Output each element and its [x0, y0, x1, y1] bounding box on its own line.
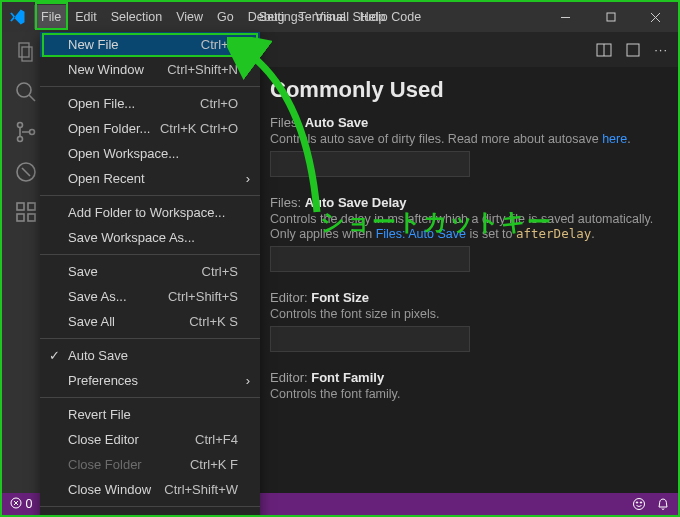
menu-item-close-editor[interactable]: Close EditorCtrl+F4	[40, 427, 260, 452]
window-title: Settings - Visual Studio Code	[259, 10, 421, 24]
menu-item-auto-save[interactable]: ✓Auto Save	[40, 343, 260, 368]
svg-point-10	[30, 130, 35, 135]
menu-item-new-window[interactable]: New WindowCtrl+Shift+N	[40, 57, 260, 82]
svg-rect-5	[22, 47, 32, 61]
menu-item-open-file-[interactable]: Open File...Ctrl+O	[40, 91, 260, 116]
menu-item-close-folder: Close FolderCtrl+K F	[40, 452, 260, 477]
svg-line-12	[22, 168, 30, 176]
svg-point-8	[18, 123, 23, 128]
setting-description: Controls the delay in ms after which a d…	[270, 212, 658, 241]
menu-item-close-window[interactable]: Close WindowCtrl+Shift+W	[40, 477, 260, 502]
minimize-button[interactable]	[543, 2, 588, 32]
svg-rect-15	[28, 214, 35, 221]
setting-label: Files: Auto Save	[270, 115, 658, 130]
menu-item-exit[interactable]: Exit	[40, 511, 260, 517]
menu-view[interactable]: View	[169, 5, 210, 29]
vscode-logo-icon	[8, 8, 26, 26]
svg-point-9	[18, 137, 23, 142]
setting-description: Controls the font family.	[270, 387, 658, 401]
svg-line-7	[29, 95, 35, 101]
svg-rect-13	[17, 203, 24, 210]
explorer-icon[interactable]	[14, 40, 38, 64]
split-editor-icon[interactable]	[596, 42, 612, 58]
setting-description: Controls the font size in pixels.	[270, 307, 658, 321]
setting-description: Controls auto save of dirty files. Read …	[270, 132, 658, 146]
menu-item-preferences[interactable]: Preferences›	[40, 368, 260, 393]
setting-input[interactable]	[270, 151, 470, 177]
search-icon[interactable]	[14, 80, 38, 104]
setting-label: Editor: Font Size	[270, 290, 658, 305]
svg-rect-4	[19, 43, 29, 57]
setting-input[interactable]	[270, 326, 470, 352]
menu-item-save[interactable]: SaveCtrl+S	[40, 259, 260, 284]
debug-icon[interactable]	[14, 160, 38, 184]
setting-input[interactable]	[270, 246, 470, 272]
menu-item-open-folder-[interactable]: Open Folder...Ctrl+K Ctrl+O	[40, 116, 260, 141]
status-errors[interactable]: 0	[10, 497, 32, 511]
menu-item-add-folder-to-workspace-[interactable]: Add Folder to Workspace...	[40, 200, 260, 225]
autosave-ref-link[interactable]: Files: Auto Save	[376, 227, 466, 241]
menu-selection[interactable]: Selection	[104, 5, 169, 29]
menu-edit[interactable]: Edit	[68, 5, 104, 29]
settings-section-title: Commonly Used	[270, 77, 658, 103]
menu-item-open-recent[interactable]: Open Recent›	[40, 166, 260, 191]
svg-point-24	[634, 499, 645, 510]
svg-point-25	[636, 502, 637, 503]
bell-icon[interactable]	[656, 497, 670, 511]
menu-item-save-all[interactable]: Save AllCtrl+K S	[40, 309, 260, 334]
open-tab-icon[interactable]	[625, 42, 641, 58]
svg-point-26	[640, 502, 641, 503]
setting-label: Files: Auto Save Delay	[270, 195, 658, 210]
maximize-button[interactable]	[588, 2, 633, 32]
svg-rect-19	[627, 44, 639, 56]
source-control-icon[interactable]	[14, 120, 38, 144]
svg-point-6	[17, 83, 31, 97]
menu-item-open-workspace-[interactable]: Open Workspace...	[40, 141, 260, 166]
svg-rect-14	[17, 214, 24, 221]
menu-item-revert-file[interactable]: Revert File	[40, 402, 260, 427]
setting-label: Editor: Font Family	[270, 370, 658, 385]
feedback-icon[interactable]	[632, 497, 646, 511]
svg-rect-16	[28, 203, 35, 210]
menu-item-save-workspace-as-[interactable]: Save Workspace As...	[40, 225, 260, 250]
menu-file[interactable]: File	[34, 5, 68, 29]
menu-item-save-as-[interactable]: Save As...Ctrl+Shift+S	[40, 284, 260, 309]
autosave-link[interactable]: here	[602, 132, 627, 146]
file-menu-dropdown: New FileCtrl+NNew WindowCtrl+Shift+NOpen…	[40, 32, 260, 517]
close-button[interactable]	[633, 2, 678, 32]
more-actions-icon[interactable]: ···	[654, 42, 668, 57]
menu-go[interactable]: Go	[210, 5, 241, 29]
svg-rect-1	[607, 13, 615, 21]
extensions-icon[interactable]	[14, 200, 38, 224]
menu-item-new-file[interactable]: New FileCtrl+N	[40, 32, 260, 57]
